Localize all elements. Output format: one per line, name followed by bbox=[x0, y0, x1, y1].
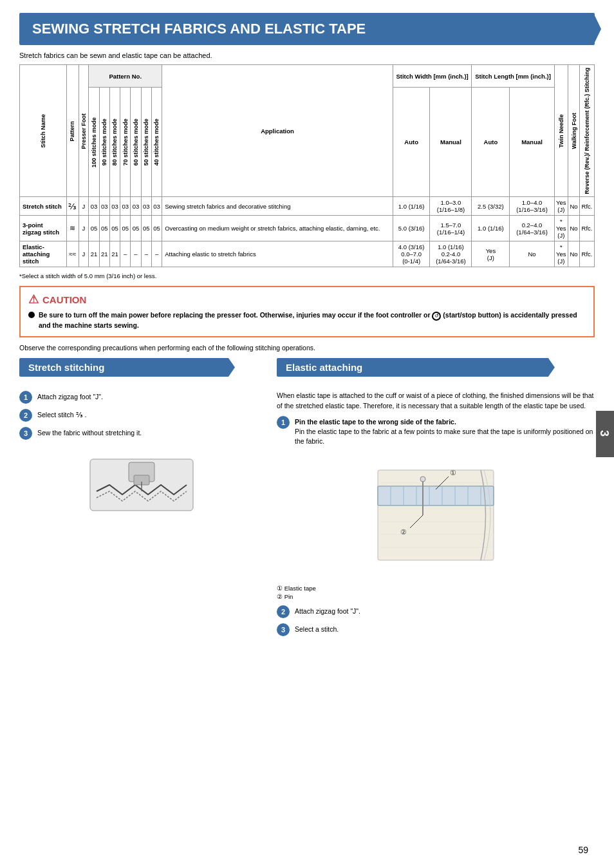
observe-text: Observe the corresponding precautions wh… bbox=[19, 344, 595, 352]
step-number-1: 1 bbox=[19, 391, 32, 404]
elastic-step-3: 3 Select a stitch. bbox=[277, 623, 595, 636]
foot-stretch: J bbox=[79, 197, 89, 216]
stitch-name-header: Stitch Name bbox=[20, 65, 67, 197]
w-auto-stretch: 1.0 (1/16) bbox=[393, 197, 430, 216]
zigzag-illustration bbox=[77, 446, 206, 524]
twin-stretch: Yes(J) bbox=[554, 197, 568, 216]
p100-elastic: 21 bbox=[89, 241, 99, 267]
pattern-no-header: Pattern No. bbox=[89, 65, 162, 88]
caution-text: Be sure to turn off the main power befor… bbox=[28, 310, 586, 331]
pattern-header: Pattern bbox=[66, 65, 79, 197]
w-manual-zigzag: 1.5–7.0(1/16–1/4) bbox=[430, 216, 472, 241]
app-elastic: Attaching elastic to stretch fabrics bbox=[162, 241, 393, 267]
walking-elastic: No bbox=[568, 241, 580, 267]
manual-length-header: Manual bbox=[510, 88, 554, 197]
w-manual-elastic: 1.0 (1/16)0.2-4.0(1/64-3/16) bbox=[430, 241, 472, 267]
table-row: Elastic-attachingstitch ≈≈ J 21 21 21 – … bbox=[20, 241, 595, 267]
p80-stretch: 03 bbox=[109, 197, 120, 216]
p50-zigzag: 05 bbox=[141, 216, 151, 241]
presser-foot-header: Presser Foot bbox=[79, 65, 89, 197]
l-manual-elastic: No bbox=[510, 241, 554, 267]
main-title: SEWING STRETCH FABRICS AND ELASTIC TAPE bbox=[19, 13, 595, 45]
application-header: Application bbox=[162, 65, 393, 197]
elastic-intro: When elastic tape is attached to the cuf… bbox=[277, 391, 595, 411]
stitch-name-elastic: Elastic-attachingstitch bbox=[20, 241, 67, 267]
walking-foot-header: Walking Foot bbox=[568, 65, 580, 197]
p80-elastic: 21 bbox=[109, 241, 120, 267]
h-40: 40 stitches mode bbox=[151, 88, 162, 197]
p90-elastic: 21 bbox=[99, 241, 109, 267]
stretch-stitching-header: Stretch stitching bbox=[19, 358, 227, 377]
elastic-attaching-header: Elastic attaching bbox=[277, 358, 547, 377]
reverse-elastic: Rfc. bbox=[579, 241, 594, 267]
p70-stretch: 03 bbox=[120, 197, 131, 216]
stitch-name-zigzag: 3-pointzigzag stitch bbox=[20, 216, 67, 241]
stitch-length-header: Stitch Length [mm (inch.)] bbox=[472, 65, 554, 88]
l-auto-zigzag: 1.0 (1/16) bbox=[472, 216, 510, 241]
stretch-step-2-text: Select stitch ⅔ . bbox=[37, 409, 86, 420]
svg-point-23 bbox=[420, 476, 425, 482]
elastic-step-3-text: Select a stitch. bbox=[295, 623, 339, 634]
p90-zigzag: 05 bbox=[99, 216, 109, 241]
stitch-table: Stitch Name Pattern Presser Foot Pattern… bbox=[19, 64, 595, 267]
p60-stretch: 03 bbox=[131, 197, 141, 216]
pattern-zigzag: ≋ bbox=[66, 216, 79, 241]
step-number-2: 2 bbox=[19, 409, 32, 422]
elastic-step-1: 1 Pin the elastic tape to the wrong side… bbox=[277, 416, 595, 446]
elastic-tape-diagram: ① ② bbox=[371, 451, 500, 580]
l-auto-stretch: 2.5 (3/32) bbox=[472, 197, 510, 216]
caution-box: ⚠ CAUTION Be sure to turn off the main p… bbox=[19, 286, 595, 337]
h-90: 90 stitches mode bbox=[99, 88, 109, 197]
svg-rect-4 bbox=[378, 470, 494, 560]
auto-width-header: Auto bbox=[393, 88, 430, 197]
p40-zigzag: 05 bbox=[151, 216, 162, 241]
diagram-labels: ① Elastic tape ② Pin bbox=[277, 585, 595, 600]
app-stretch: Sewing stretch fabrics and decorative st… bbox=[162, 197, 393, 216]
p50-stretch: 03 bbox=[141, 197, 151, 216]
two-col-container: Stretch stitching 1 Attach zigzag foot "… bbox=[19, 358, 595, 642]
auto-length-header: Auto bbox=[472, 88, 510, 197]
foot-elastic: J bbox=[79, 241, 89, 267]
p60-zigzag: 05 bbox=[131, 216, 141, 241]
w-auto-zigzag: 5.0 (3/16) bbox=[393, 216, 430, 241]
pattern-stretch: ⅔ bbox=[66, 197, 79, 216]
walking-zigzag: No bbox=[568, 216, 580, 241]
elastic-step-number-1: 1 bbox=[277, 416, 290, 429]
p100-stretch: 03 bbox=[89, 197, 99, 216]
manual-width-header: Manual bbox=[430, 88, 472, 197]
l-manual-stretch: 1.0–4.0(1/16–3/16) bbox=[510, 197, 554, 216]
p40-stretch: 03 bbox=[151, 197, 162, 216]
pattern-elastic: ≈≈ bbox=[66, 241, 79, 267]
stitch-name-stretch: Stretch stitch bbox=[20, 197, 67, 216]
bullet-icon bbox=[28, 312, 35, 318]
tab-number: 3 bbox=[598, 430, 611, 438]
stitch-width-header: Stitch Width [mm (inch.)] bbox=[393, 65, 472, 88]
label-pin: ② Pin bbox=[277, 593, 595, 600]
stretch-step-3-text: Sew the fabric without stretching it. bbox=[37, 427, 142, 438]
h-100: 100 stitches mode bbox=[89, 88, 99, 197]
table-row: 3-pointzigzag stitch ≋ J 05 05 05 05 05 … bbox=[20, 216, 595, 241]
p80-zigzag: 05 bbox=[109, 216, 120, 241]
page-tab: 3 bbox=[596, 411, 614, 457]
elastic-step-number-3: 3 bbox=[277, 623, 290, 636]
elastic-attaching-section: Elastic attaching When elastic tape is a… bbox=[277, 358, 595, 642]
p60-elastic: – bbox=[131, 241, 141, 267]
l-manual-zigzag: 0.2–4.0(1/64–3/16) bbox=[510, 216, 554, 241]
h-80: 80 stitches mode bbox=[109, 88, 120, 197]
caution-icon: ⚠ bbox=[28, 292, 39, 307]
twin-elastic: *Yes(J) bbox=[554, 241, 568, 267]
subtitle: Stretch fabrics can be sewn and elastic … bbox=[19, 52, 595, 59]
svg-text:②: ② bbox=[400, 528, 407, 536]
p40-elastic: – bbox=[151, 241, 162, 267]
elastic-step-number-2: 2 bbox=[277, 605, 290, 618]
p90-stretch: 03 bbox=[99, 197, 109, 216]
walking-stretch: No bbox=[568, 197, 580, 216]
step-number-3: 3 bbox=[19, 427, 32, 440]
table-row: Stretch stitch ⅔ J 03 03 03 03 03 03 03 … bbox=[20, 197, 595, 216]
reverse-zigzag: Rfc. bbox=[579, 216, 594, 241]
elastic-step-1-text: Pin the elastic tape to the wrong side o… bbox=[295, 416, 595, 446]
stretch-stitching-section: Stretch stitching 1 Attach zigzag foot "… bbox=[19, 358, 264, 642]
twin-zigzag: *Yes(J) bbox=[554, 216, 568, 241]
stretch-step-2: 2 Select stitch ⅔ . bbox=[19, 409, 264, 422]
l-auto-elastic: Yes(J) bbox=[472, 241, 510, 267]
